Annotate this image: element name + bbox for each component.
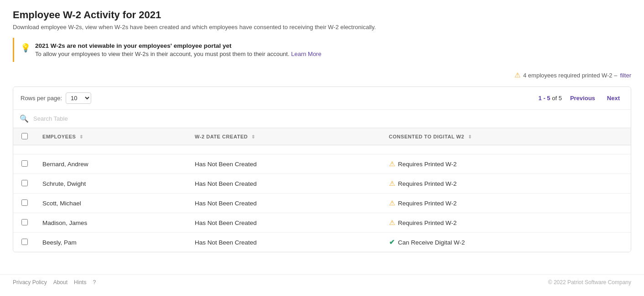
next-button[interactable]: Next <box>603 93 623 103</box>
employees-sort-icon: ⇕ <box>79 134 83 139</box>
rows-per-page-label: Rows per page: <box>21 95 62 102</box>
employees-table: EMPLOYEES ⇕ W-2 DATE CREATED ⇕ CONSENTED… <box>13 128 631 252</box>
row-checkbox-cell[interactable] <box>13 194 36 213</box>
footer-links: Privacy Policy About Hints ? <box>13 279 96 286</box>
footer-hints-link[interactable]: Hints <box>74 279 86 286</box>
page-range: 1 - 5 of 5 <box>539 95 562 102</box>
warning-triangle-icon: ⚠ <box>389 199 395 207</box>
notice-body-text: To allow your employees to view their W-… <box>35 51 290 57</box>
w2-date: Has Not Been Created <box>188 213 383 233</box>
warning-triangle-icon: ⚠ <box>389 179 395 188</box>
consent-label: Requires Printed W-2 <box>398 200 457 207</box>
filter-bar: ⚠ 4 employees required printed W-2 – fil… <box>13 71 631 79</box>
row-checkbox[interactable] <box>21 239 28 245</box>
table-row: Beesly, PamHas Not Been Created✔Can Rece… <box>13 233 631 252</box>
page-title: Employee W-2 Activity for 2021 <box>13 9 631 21</box>
search-row: 🔍 <box>13 110 631 128</box>
employee-name: Beesly, Pam <box>36 233 188 252</box>
select-all-checkbox[interactable] <box>21 133 28 139</box>
header-checkbox-cell[interactable] <box>13 128 36 145</box>
table-card: Rows per page: 10 25 50 100 1 - 5 of 5 P… <box>13 87 631 252</box>
employee-name: Madison, James <box>36 213 188 233</box>
row-checkbox-cell[interactable] <box>13 233 36 252</box>
warning-triangle-icon: ⚠ <box>389 219 395 227</box>
consent-label: Requires Printed W-2 <box>398 219 457 226</box>
consent-status: ⚠Requires Printed W-2 <box>383 213 631 233</box>
row-checkbox[interactable] <box>21 199 28 206</box>
w2-date-sort-icon: ⇕ <box>251 134 255 139</box>
row-checkbox[interactable] <box>21 219 28 225</box>
search-input[interactable] <box>33 115 624 122</box>
consent-status: ⚠Requires Printed W-2 <box>383 194 631 213</box>
w2-date-column-header[interactable]: W-2 DATE CREATED ⇕ <box>188 128 383 145</box>
footer-help-link[interactable]: ? <box>93 279 96 286</box>
rows-per-page-select[interactable]: 10 25 50 100 <box>66 92 91 104</box>
row-checkbox-cell[interactable] <box>13 154 36 174</box>
page-subtitle: Download employee W-2s, view when W-2s h… <box>13 24 631 31</box>
warning-icon: ⚠ <box>514 71 520 79</box>
search-icon: 🔍 <box>20 114 29 123</box>
table-row: Bernard, AndrewHas Not Been Created⚠Requ… <box>13 154 631 174</box>
footer-bar: Privacy Policy About Hints ? © 2022 Patr… <box>0 274 644 290</box>
learn-more-link[interactable]: Learn More <box>291 51 321 57</box>
warning-triangle-icon: ⚠ <box>389 160 395 168</box>
consent-status: ⚠Requires Printed W-2 <box>383 154 631 174</box>
table-row: Madison, JamesHas Not Been Created⚠Requi… <box>13 213 631 233</box>
row-checkbox-cell[interactable] <box>13 174 36 194</box>
employee-name: Schrute, Dwight <box>36 174 188 194</box>
consent-label: Can Receive Digital W-2 <box>398 239 465 246</box>
checkmark-icon: ✔ <box>389 238 395 246</box>
w2-date: Has Not Been Created <box>188 233 383 252</box>
previous-button[interactable]: Previous <box>566 93 599 103</box>
consent-label: Requires Printed W-2 <box>398 161 457 168</box>
lightbulb-icon: 💡 <box>21 43 31 53</box>
employee-name: Bernard, Andrew <box>36 154 188 174</box>
consent-status: ✔Can Receive Digital W-2 <box>383 233 631 252</box>
w2-date: Has Not Been Created <box>188 194 383 213</box>
row-checkbox[interactable] <box>21 160 28 167</box>
notice-title: 2021 W-2s are not viewable in your emplo… <box>35 42 322 49</box>
employees-column-header[interactable]: EMPLOYEES ⇕ <box>36 128 188 145</box>
footer-about-link[interactable]: About <box>53 279 68 286</box>
consent-status: ⚠Requires Printed W-2 <box>383 174 631 194</box>
row-checkbox-cell[interactable] <box>13 213 36 233</box>
table-row: Scott, MichaelHas Not Been Created⚠Requi… <box>13 194 631 213</box>
table-controls: Rows per page: 10 25 50 100 1 - 5 of 5 P… <box>13 87 631 110</box>
consent-sort-icon: ⇕ <box>468 134 472 139</box>
footer-privacy-link[interactable]: Privacy Policy <box>13 279 47 286</box>
w2-date: Has Not Been Created <box>188 154 383 174</box>
filter-link[interactable]: filter <box>620 72 631 79</box>
table-row: Schrute, DwightHas Not Been Created⚠Requ… <box>13 174 631 194</box>
notice-box: 💡 2021 W-2s are not viewable in your emp… <box>13 38 631 62</box>
page-range-highlight: 1 - 5 <box>539 95 551 102</box>
footer-copyright: © 2022 Patriot Software Company <box>548 279 631 286</box>
consent-label: Requires Printed W-2 <box>398 180 457 187</box>
w2-date: Has Not Been Created <box>188 174 383 194</box>
rows-per-page-control: Rows per page: 10 25 50 100 <box>21 92 91 104</box>
pagination: 1 - 5 of 5 Previous Next <box>539 93 623 103</box>
filter-bar-text: 4 employees required printed W-2 – <box>523 72 617 79</box>
page-of-text: of 5 <box>552 95 562 102</box>
consent-column-header[interactable]: CONSENTED TO DIGITAL W2 ⇕ <box>383 128 631 145</box>
employee-name: Scott, Michael <box>36 194 188 213</box>
notice-body: To allow your employees to view their W-… <box>35 51 322 57</box>
row-checkbox[interactable] <box>21 180 28 186</box>
